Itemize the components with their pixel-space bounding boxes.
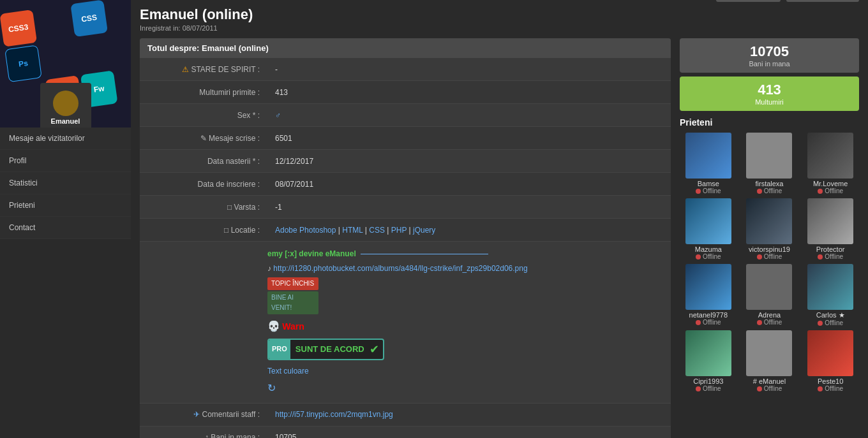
jquery-link[interactable]: jQuery — [413, 226, 435, 235]
status-dot — [696, 386, 701, 391]
friend-item[interactable]: ProtectorOffline — [802, 198, 859, 260]
css-link[interactable]: CSS — [369, 226, 385, 235]
friend-status: Offline — [741, 319, 798, 326]
status-dot — [818, 321, 823, 326]
nastere-row: Data nasterii * : 12/12/2017 — [140, 150, 671, 173]
status-dot — [757, 386, 762, 391]
sex-value: ♂ — [267, 106, 671, 125]
friend-item[interactable]: netanel9778Offline — [680, 264, 737, 326]
multumiri-row: Multumiri primite : 413 — [140, 81, 671, 104]
friends-grid: BamseOfflinefirstalexaOfflineMr.LovemeOf… — [680, 133, 859, 392]
sex-label: Sex * : — [140, 106, 267, 125]
friend-name: # eManuel — [741, 377, 798, 385]
comentarii-link[interactable]: http://i57.tinypic.com/2mqm1vn.jpg — [275, 410, 393, 419]
logo-tile-blank3 — [75, 35, 113, 73]
friend-item[interactable]: AdrenaOffline — [741, 264, 798, 326]
friend-name: Bamse — [680, 180, 737, 187]
status-dot — [757, 189, 762, 194]
status-text: Offline — [764, 253, 782, 260]
logo-person: Emanuel — [40, 83, 91, 128]
friend-status: Offline — [802, 319, 859, 326]
multumiri-label: Multumiri primite : — [140, 83, 267, 102]
friend-item[interactable]: # eManuelOffline — [741, 330, 798, 392]
inscriere-row: Data de inscriere : 08/07/2011 — [140, 173, 671, 196]
multumiri-value: 413 — [267, 83, 671, 102]
friend-item[interactable]: firstalexaOffline — [741, 133, 798, 194]
friend-item[interactable]: Peste10Offline — [802, 330, 859, 392]
friend-name: Protector — [802, 245, 859, 253]
profile-title: Emanuel (online) — [140, 6, 253, 23]
warn-text: Warn — [282, 321, 304, 332]
pro-badge-area: PRO SUNT DE ACORD ✔ — [267, 339, 528, 360]
about-underline — [361, 254, 488, 254]
friend-status: Offline — [680, 187, 737, 194]
friend-avatar — [746, 330, 792, 376]
rotate-icon: ↻ — [267, 383, 276, 393]
header-buttons: ✉ Trimite un PM 🔍 Cauta mesajele — [713, 0, 859, 2]
music-icon: ♪ — [267, 264, 273, 273]
varsta-row: □ Varsta : -1 — [140, 196, 671, 219]
friend-avatar — [807, 330, 853, 376]
warn-area: 💀 Warn — [267, 318, 528, 335]
comentarii-label: ✈ Comentarii staff : — [140, 405, 267, 424]
varsta-label: □ Varsta : — [140, 198, 267, 217]
sex-row: Sex * : ♂ — [140, 104, 671, 127]
html-link[interactable]: HTML — [342, 226, 363, 235]
friend-avatar — [746, 133, 792, 179]
friend-item[interactable]: Mr.LovemeOffline — [802, 133, 859, 194]
friend-item[interactable]: victorspinu19Offline — [741, 198, 798, 260]
php-link[interactable]: PHP — [391, 226, 407, 235]
status-dot — [818, 254, 823, 259]
photobucket-link[interactable]: http://i1280.photobucket.com/albums/a484… — [273, 264, 527, 273]
rotate-icon-area: ↻ — [267, 380, 528, 397]
friend-avatar — [807, 264, 853, 310]
friend-item[interactable]: Cipri1993Offline — [680, 330, 737, 392]
friend-avatar — [685, 198, 731, 244]
friends-title: Prieteni — [680, 117, 859, 128]
send-pm-button[interactable]: ✉ Trimite un PM — [716, 0, 781, 2]
status-dot — [696, 254, 701, 259]
sidebar-item-mesaje[interactable]: Mesaje ale vizitatorilor — [0, 128, 131, 150]
profile-section: Totul despre: Emanuel (online) ⚠ STARE D… — [140, 38, 671, 438]
bani-value: 10705 — [267, 428, 671, 438]
friend-avatar — [685, 133, 731, 179]
friend-item[interactable]: Carlos ★Offline — [802, 264, 859, 326]
about-line2: ♪ http://i1280.photobucket.com/albums/a4… — [267, 263, 528, 275]
sidebar-navigation: Mesaje ale vizitatorilor Profil Statisti… — [0, 128, 131, 239]
about-row: emy [:x] devine eManuel ♪ http://i1280.p… — [140, 242, 671, 404]
status-text: Offline — [825, 319, 843, 326]
thanks-amount: 413 — [685, 82, 854, 98]
about-line1: emy [:x] devine eManuel — [267, 248, 528, 260]
profile-header: Emanuel (online) Inregistrat in: 08/07/2… — [140, 6, 859, 32]
inscriere-value: 08/07/2011 — [267, 175, 671, 194]
search-messages-button[interactable]: 🔍 Cauta mesajele — [786, 0, 859, 2]
sidebar-item-statistici[interactable]: Statistici — [0, 172, 131, 194]
text-culoare-link[interactable]: Text culoare — [267, 367, 309, 376]
friend-name: netanel9778 — [680, 311, 737, 319]
friend-status: Offline — [741, 253, 798, 260]
friend-name: Cipri1993 — [680, 377, 737, 385]
status-dot — [757, 320, 762, 325]
friend-item[interactable]: MazumaOffline — [680, 198, 737, 260]
sidebar-item-prieteni[interactable]: Prieteni — [0, 194, 131, 217]
pro-agree-text: SUNT DE ACORD — [290, 343, 370, 356]
nastere-label: Data nasterii * : — [140, 152, 267, 171]
friend-item[interactable]: BamseOffline — [680, 133, 737, 194]
adobe-link[interactable]: Adobe Photoshop — [275, 226, 336, 235]
sidebar-item-contact[interactable]: Contact — [0, 217, 131, 239]
status-text: Offline — [764, 319, 782, 326]
friend-avatar — [807, 133, 853, 179]
stare-spirit-label: ⚠ STARE DE SPIRIT : — [140, 60, 267, 79]
mesaje-row: ✎ Mesaje scrise : 6501 — [140, 127, 671, 150]
friend-status: Offline — [680, 385, 737, 392]
alert-icon: ⚠ — [182, 65, 189, 74]
friend-avatar — [685, 264, 731, 310]
friend-name: Carlos ★ — [802, 311, 859, 319]
status-dot — [818, 189, 823, 194]
sidebar-item-profil[interactable]: Profil — [0, 150, 131, 172]
main-content: Emanuel (online) Inregistrat in: 08/07/2… — [131, 0, 868, 438]
friend-status: Offline — [741, 385, 798, 392]
topic-badges: TOPIC ÎNCHIS BINE AI VENIT! — [267, 277, 528, 314]
profile-registered: Inregistrat in: 08/07/2011 — [140, 24, 253, 32]
logo-tile-css: CSS — [70, 0, 108, 37]
